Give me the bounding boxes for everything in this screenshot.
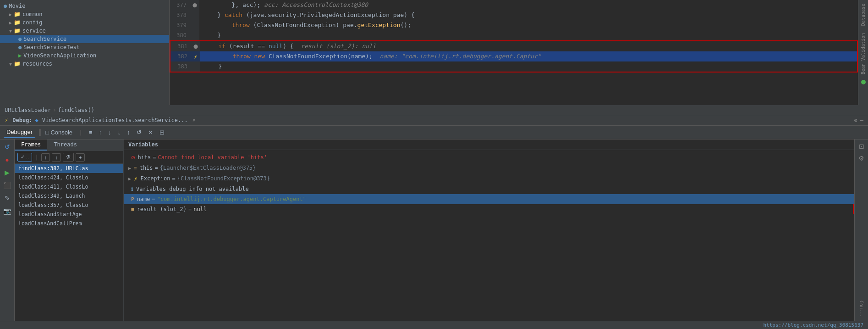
evaluate-btn[interactable]: ✕ bbox=[145, 128, 156, 137]
frame-item-3[interactable]: loadClass:349, Launch bbox=[15, 191, 123, 201]
tree-item-searchservicetest[interactable]: ● SearchServiceTest bbox=[0, 43, 169, 51]
app-icon: ▶ bbox=[18, 52, 22, 59]
var-val-name: "com.intellij.rt.debugger.agent.CaptureA… bbox=[157, 196, 306, 202]
debugger-tab[interactable]: Debugger bbox=[4, 127, 35, 138]
breadcrumb-method[interactable]: findClass() bbox=[58, 107, 94, 113]
var-name-result: result (slot_2) bbox=[137, 206, 187, 212]
code-line-383: 383 } bbox=[170, 61, 858, 72]
var-info-text: Variables debug info not available bbox=[136, 186, 249, 192]
var-name-hits: hits bbox=[137, 154, 151, 161]
sidebar-tab-bean[interactable]: Bean Validation bbox=[860, 29, 867, 78]
var-expand-arrow[interactable]: ▶ bbox=[128, 176, 131, 181]
var-result-icon: ≡ bbox=[131, 206, 134, 212]
tree-item-videosearchapp[interactable]: ▶ VideoSearchApplication bbox=[0, 51, 169, 60]
layout-btn[interactable]: ≡ bbox=[86, 128, 95, 137]
console-tab[interactable]: □ Console bbox=[43, 128, 75, 137]
folder-icon: 📁 bbox=[14, 61, 21, 67]
tree-item-config[interactable]: ▶ 📁 config bbox=[0, 18, 169, 27]
resume-btn[interactable]: ↺ bbox=[3, 141, 12, 152]
var-object-icon: ≡ bbox=[134, 165, 137, 171]
folder-icon: 📁 bbox=[14, 11, 21, 17]
add-btn[interactable]: + bbox=[76, 153, 85, 162]
debug-tab-label[interactable]: VideoSearchApplicationTests.searchServic… bbox=[42, 117, 188, 123]
variables-list: ⊘ hits = Cannot find local variable 'hit… bbox=[124, 150, 854, 321]
arrow-icon: ▼ bbox=[9, 28, 12, 33]
tree-item-service[interactable]: ▼ 📁 service bbox=[0, 27, 169, 35]
var-expand-arrow[interactable]: ▶ bbox=[128, 166, 131, 171]
breakpoint-area: ⬤ bbox=[192, 3, 197, 7]
frames-tab[interactable]: Frames bbox=[15, 139, 47, 151]
code-line-382: 382 ⚡ throw new ClassNotFoundException(n… bbox=[170, 51, 858, 61]
frames-tabs: Frames Threads bbox=[15, 139, 123, 151]
arrow-icon: ▶ bbox=[9, 12, 12, 17]
frame-item-2[interactable]: loadClass:411, ClassLo bbox=[15, 182, 123, 191]
frame-item-6[interactable]: loadClassAndCallPrem bbox=[15, 219, 123, 228]
filter-btn[interactable]: ✓ .. bbox=[17, 153, 32, 162]
tree-item-searchservice[interactable]: ● SearchService bbox=[0, 35, 169, 43]
edit-btn[interactable]: ✎ bbox=[3, 193, 12, 204]
frames-toolbar: ✓ .. | ↑ ↓ ⚗ + bbox=[15, 151, 123, 164]
var-val-exception: {ClassNotFoundException@373} bbox=[177, 175, 270, 182]
threads-tab[interactable]: Threads bbox=[47, 139, 83, 151]
green-indicator bbox=[861, 80, 866, 84]
tree-label: service bbox=[22, 28, 46, 34]
settings-icon[interactable]: ⚙ bbox=[854, 117, 857, 123]
frame-item-5[interactable]: loadClassAndStartAge bbox=[15, 210, 123, 219]
frame-item-1[interactable]: loadClass:424, ClassLo bbox=[15, 173, 123, 182]
frame-item-0[interactable]: findClass:382, URLClas bbox=[15, 164, 123, 173]
tree-label: SearchService bbox=[23, 36, 66, 42]
tree-item-movie[interactable]: ● Movie bbox=[0, 2, 169, 10]
tree-label: Movie bbox=[9, 3, 25, 9]
minimize-icon[interactable]: — bbox=[860, 117, 863, 123]
step-over-btn[interactable]: ↑ bbox=[96, 128, 105, 137]
table-view-btn[interactable]: ⊞ bbox=[157, 128, 167, 137]
sidebar-tab-database[interactable]: Database bbox=[860, 0, 867, 29]
right-panel-btn-1[interactable]: ⊡ bbox=[857, 141, 866, 151]
breadcrumb-bar: URLClassLoader › findClass() bbox=[0, 106, 868, 115]
var-item-exception[interactable]: ▶ ⚡ Exception = {ClassNotFoundException@… bbox=[124, 173, 854, 184]
stop-btn[interactable]: ● bbox=[3, 154, 11, 165]
debug-inner: ↺ ● ▶ ⬛ ✎ 📷 Frames Threads ✓ .. bbox=[0, 139, 868, 321]
lightning-icon: ⚡ bbox=[194, 53, 198, 60]
var-name-this: this bbox=[140, 165, 153, 171]
up-btn[interactable]: ↑ bbox=[41, 153, 50, 162]
step-out-btn[interactable]: ↓ bbox=[115, 128, 124, 137]
debug-dot: ⬤ bbox=[193, 44, 198, 49]
var-item-debug-info: ℹ Variables debug info not available bbox=[124, 184, 854, 194]
run-to-cursor-btn[interactable]: ↑ bbox=[124, 128, 133, 137]
debug-close-btn[interactable]: × bbox=[192, 117, 196, 123]
debug-lightning-icon: ⚡ bbox=[5, 117, 8, 123]
debug-tab-icon: ◆ bbox=[35, 117, 38, 123]
code-line-381: 381 ⬤ if (result == null) { result (slot… bbox=[170, 40, 858, 51]
filter-label: .. bbox=[26, 155, 29, 160]
var-item-result[interactable]: ≡ result (slot_2) = null bbox=[124, 204, 854, 214]
code-editor: 377 ⬤ }, acc); acc: AccessControlContext… bbox=[170, 0, 858, 105]
reset-frame-btn[interactable]: ↺ bbox=[134, 128, 144, 137]
var-info-icon: ℹ bbox=[131, 186, 133, 192]
var-exception-icon: ⚡ bbox=[134, 175, 137, 182]
tree-item-resources[interactable]: ▼ 📁 resources bbox=[0, 60, 169, 68]
tree-label: SearchServiceTest bbox=[23, 44, 80, 50]
var-item-name[interactable]: P name = "com.intellij.rt.debugger.agent… bbox=[124, 194, 854, 204]
var-item-hits[interactable]: ⊘ hits = Cannot find local variable 'hit… bbox=[124, 152, 854, 163]
code-line-377: 377 ⬤ }, acc); acc: AccessControlContext… bbox=[170, 0, 858, 10]
code-line-379: 379 throw (ClassNotFoundException) pae.g… bbox=[170, 20, 858, 30]
arrow-icon: ▶ bbox=[9, 20, 12, 25]
var-error-icon: ⊘ bbox=[131, 154, 135, 161]
square-btn[interactable]: ⬛ bbox=[1, 180, 13, 191]
debug-header: ⚡ Debug: ◆ VideoSearchApplicationTests.s… bbox=[0, 115, 868, 126]
camera-btn[interactable]: 📷 bbox=[1, 206, 13, 217]
variables-header: Variables bbox=[124, 139, 854, 150]
debug-section: ⚡ Debug: ◆ VideoSearchApplicationTests.s… bbox=[0, 115, 868, 329]
funnel-btn[interactable]: ⚗ bbox=[63, 153, 74, 162]
step-into-btn[interactable]: ↓ bbox=[105, 128, 114, 137]
breadcrumb-class[interactable]: URLClassLoader bbox=[5, 107, 51, 113]
frame-item-4[interactable]: loadClass:357, ClassLo bbox=[15, 201, 123, 210]
right-panel-btn-2[interactable]: ⚙ bbox=[857, 153, 866, 163]
play-btn[interactable]: ▶ bbox=[3, 167, 11, 178]
down-btn[interactable]: ↓ bbox=[52, 153, 61, 162]
variables-panel: Variables ⊘ hits = Cannot find local var… bbox=[124, 139, 854, 321]
file-tree: ● Movie ▶ 📁 common ▶ 📁 config ▼ 📁 servic… bbox=[0, 0, 170, 105]
tree-item-common[interactable]: ▶ 📁 common bbox=[0, 10, 169, 18]
var-item-this[interactable]: ▶ ≡ this = {Launcher$ExtClassLoader@375} bbox=[124, 163, 854, 173]
